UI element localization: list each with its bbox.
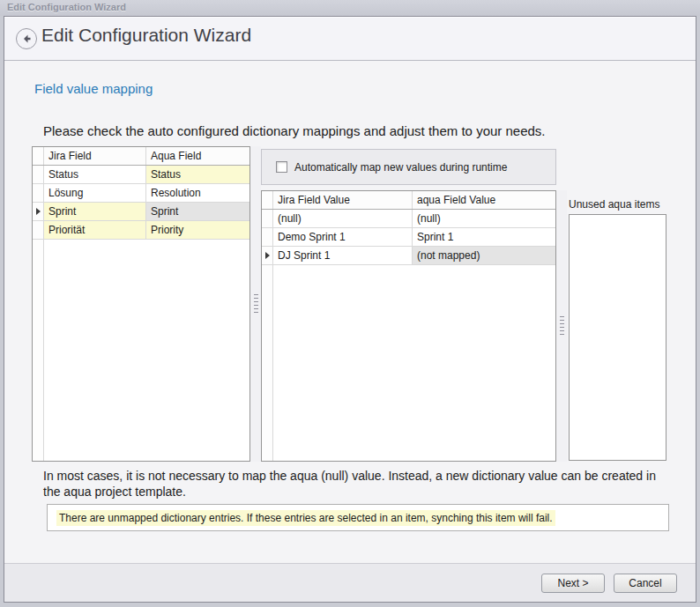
row-selector[interactable] [262, 210, 273, 227]
note-text: In most cases, it is not necessary to ma… [43, 468, 671, 500]
unused-items-label: Unused aqua items [569, 198, 659, 211]
row-selector-header [262, 191, 273, 209]
cell-jira-field[interactable]: Lösung [44, 184, 146, 202]
table-row[interactable]: Priorität Priority [33, 221, 249, 240]
cell-jira-value[interactable]: Demo Sprint 1 [273, 228, 413, 246]
window-titlebar[interactable]: Edit Configuration Wizard [0, 0, 700, 16]
next-button[interactable]: Next > [541, 574, 605, 593]
auto-map-label: Automatically map new values during runt… [294, 161, 507, 174]
cell-jira-value[interactable]: (null) [273, 210, 413, 227]
column-header-jira-field[interactable]: Jira Field [44, 147, 146, 165]
back-button[interactable] [16, 28, 37, 49]
page-title: Edit Configuration Wizard [41, 25, 251, 46]
wizard-header: Edit Configuration Wizard [4, 17, 696, 61]
splitter-left[interactable] [250, 146, 261, 462]
auto-map-panel: Automatically map new values during runt… [261, 149, 556, 185]
row-selector[interactable] [33, 221, 44, 239]
column-header-jira-field-value[interactable]: Jira Field Value [273, 191, 413, 209]
grid-empty-area [262, 265, 555, 461]
instruction-text: Please check the auto configured diction… [43, 123, 546, 138]
table-row[interactable]: Demo Sprint 1 Sprint 1 [262, 228, 555, 247]
column-header-aqua-field-value[interactable]: aqua Field Value [413, 191, 555, 209]
cell-aqua-value[interactable]: (null) [413, 210, 555, 227]
row-selector[interactable] [262, 228, 273, 246]
column-header-aqua-field[interactable]: Aqua Field [146, 147, 249, 165]
warning-box: There are unmapped dictionary entries. I… [47, 504, 669, 531]
wizard-window: Edit Configuration Wizard Field value ma… [4, 16, 696, 603]
cell-aqua-field[interactable]: Status [146, 166, 249, 183]
back-arrow-icon [20, 33, 33, 45]
unused-items-listbox[interactable] [569, 214, 666, 461]
row-selector[interactable] [33, 166, 44, 183]
splitter-grip-icon [254, 294, 258, 314]
cell-aqua-field[interactable]: Sprint [146, 203, 249, 220]
cell-aqua-field[interactable]: Resolution [146, 184, 249, 202]
table-row[interactable]: Status Status [33, 166, 249, 184]
row-indicator-icon [36, 208, 41, 215]
splitter-grip-icon [560, 316, 564, 336]
titlebar-text: Edit Configuration Wizard [0, 0, 700, 15]
row-selector[interactable] [33, 203, 44, 220]
cell-jira-field[interactable]: Sprint [44, 203, 146, 220]
value-grid-header: Jira Field Value aqua Field Value [262, 191, 555, 210]
cell-aqua-field[interactable]: Priority [146, 221, 249, 239]
cancel-button[interactable]: Cancel [614, 574, 677, 593]
splitter-right[interactable] [556, 190, 567, 462]
row-selector[interactable] [262, 247, 273, 264]
row-selector[interactable] [33, 184, 44, 202]
wizard-footer: Next > Cancel [4, 563, 696, 602]
auto-map-checkbox[interactable] [276, 161, 287, 173]
table-row-selected[interactable]: Sprint Sprint [33, 203, 249, 221]
row-indicator-icon [265, 252, 270, 259]
warning-text: There are unmapped dictionary entries. I… [56, 510, 555, 526]
cell-aqua-value[interactable]: (not mapped) [413, 247, 555, 264]
section-title: Field value mapping [34, 81, 153, 96]
cell-jira-field[interactable]: Priorität [44, 221, 146, 239]
value-mapping-grid: Jira Field Value aqua Field Value (null)… [261, 190, 556, 462]
cell-jira-value[interactable]: DJ Sprint 1 [273, 247, 413, 264]
cell-jira-field[interactable]: Status [44, 166, 146, 183]
grid-empty-area [33, 240, 249, 461]
table-row[interactable]: Lösung Resolution [33, 184, 249, 203]
table-row[interactable]: (null) (null) [262, 210, 555, 228]
field-mapping-grid: Jira Field Aqua Field Status Status Lösu… [32, 146, 250, 462]
row-selector-header [33, 147, 44, 165]
cell-aqua-value[interactable]: Sprint 1 [413, 228, 555, 246]
field-grid-header: Jira Field Aqua Field [33, 147, 249, 166]
table-row-selected[interactable]: DJ Sprint 1 (not mapped) [262, 247, 555, 265]
